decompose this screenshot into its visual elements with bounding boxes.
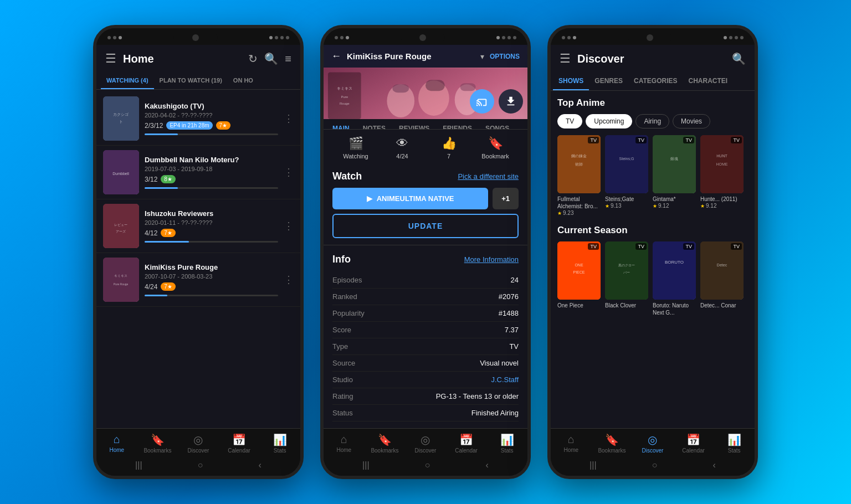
pick-site-link[interactable]: Pick a different site	[458, 172, 519, 181]
anime-title: Dumbbell Nan Kilo Moteru?	[145, 156, 278, 164]
tab-plan-to-watch[interactable]: PLAN TO WATCH (19)	[154, 73, 228, 89]
gesture-left: |||	[362, 460, 369, 470]
progress-row: 4/24 7★	[145, 282, 278, 291]
update-button[interactable]: UPDATE	[332, 214, 519, 238]
ep-count: 4/24	[145, 283, 157, 291]
score-badge: 7★	[161, 229, 176, 237]
tab-notes[interactable]: NOTES	[356, 119, 392, 129]
progress-action[interactable]: 👁 4/24	[379, 136, 426, 160]
info-row-status: Status Finished Airing	[332, 405, 519, 421]
tab-on-hold[interactable]: ON HO	[228, 73, 259, 89]
anime-card-fma[interactable]: 鋼の錬金 術師 TV Fullmetal Alchemist: Bro... ★…	[557, 135, 601, 216]
anime-card-gintama[interactable]: 銀魂 TV Gintama* ★9.12	[653, 135, 696, 216]
watching-action[interactable]: 🎬 Watching	[332, 136, 379, 160]
list-item[interactable]: Dumbbell Dumbbell Nan Kilo Moteru? 2019-…	[96, 146, 300, 199]
tab-friends[interactable]: FRIENDS	[436, 119, 479, 129]
top-anime-grid: 鋼の錬金 術師 TV Fullmetal Alchemist: Bro... ★…	[557, 135, 748, 216]
anime-card-op[interactable]: ONE PIECE TV One Piece	[557, 241, 601, 316]
list-item[interactable]: カクシゴ ト Kakushigoto (TV) 2020-04-02 - ??-…	[96, 92, 300, 146]
dropdown-icon[interactable]: ▾	[480, 52, 484, 61]
svg-text:レビュー: レビュー	[114, 223, 127, 227]
calendar-icon: 📅	[232, 433, 246, 446]
nav-bookmarks[interactable]: 🔖 Bookmarks	[137, 433, 178, 454]
nav-calendar[interactable]: 📅 Calendar	[673, 433, 714, 454]
tab-genres[interactable]: GENRES	[589, 73, 628, 90]
tab-main[interactable]: MAIN	[326, 119, 356, 129]
score-badge: 7★	[161, 282, 176, 291]
item-menu-icon[interactable]: ⋮	[284, 274, 294, 286]
anime-dates: 2007-10-07 - 2008-03-23	[145, 273, 278, 280]
anime-card-hunter[interactable]: HUNT HOME TV Hunte... (2011) ★9.12	[700, 135, 744, 216]
filter-movies[interactable]: Movies	[673, 114, 710, 128]
likes-action[interactable]: 👍 7	[426, 136, 472, 160]
stats-icon: 📊	[500, 433, 514, 446]
source-value: Visual novel	[480, 359, 519, 367]
options-button[interactable]: OPTIONS	[490, 53, 520, 60]
filter-upcoming[interactable]: Upcoming	[586, 114, 632, 128]
source-label: Source	[332, 359, 355, 367]
nav-discover[interactable]: ◎ Discover	[178, 433, 219, 454]
nav-discover-label: Discover	[642, 448, 664, 454]
nav-bookmarks[interactable]: 🔖 Bookmarks	[365, 433, 406, 454]
watch-primary-button[interactable]: ▶ ANIMEULTIMA NATIVE	[332, 188, 488, 209]
tab-shows[interactable]: SHOWS	[553, 73, 589, 90]
nav-home[interactable]: ⌂ Home	[96, 433, 137, 454]
tab-reviews[interactable]: REVIEWS	[392, 119, 436, 129]
menu-icon[interactable]: ☰	[560, 52, 571, 66]
anime-thumbnail: Dumbbell	[103, 150, 139, 194]
nav-discover[interactable]: ◎ Discover	[405, 433, 446, 454]
nav-discover[interactable]: ◎ Discover	[632, 433, 673, 454]
phone-home: ☰ Home ↻ 🔍 ≡ WATCHING (4) PLAN TO WATCH …	[93, 25, 304, 479]
phone-notch	[401, 34, 445, 42]
tab-categories[interactable]: CATEGORIES	[628, 73, 683, 90]
menu-icon[interactable]: ☰	[105, 52, 116, 66]
discover-title: Discover	[577, 53, 725, 65]
nav-bookmarks[interactable]: 🔖 Bookmarks	[592, 433, 633, 454]
anime-card-boruto[interactable]: BORUTO TV Boruto: Naruto Next G...	[653, 241, 696, 316]
more-info-link[interactable]: More Information	[464, 255, 519, 264]
nav-stats[interactable]: 📊 Stats	[259, 433, 300, 454]
search-icon[interactable]: 🔍	[264, 52, 278, 65]
gesture-right: ‹	[713, 460, 716, 470]
nav-stats[interactable]: 📊 Stats	[714, 433, 755, 454]
progress-row: 3/12 8★	[145, 175, 278, 183]
bottom-nav: ⌂ Home 🔖 Bookmarks ◎ Discover 📅 Calendar…	[96, 428, 300, 456]
anime-info: KimiKiss Pure Rouge 2007-10-07 - 2008-03…	[145, 263, 278, 296]
nav-home[interactable]: ⌂ Home	[324, 433, 365, 454]
search-icon[interactable]: 🔍	[732, 52, 746, 65]
item-menu-icon[interactable]: ⋮	[284, 166, 294, 178]
tab-characters[interactable]: CHARACTEI	[683, 73, 733, 90]
nav-calendar[interactable]: 📅 Calendar	[219, 433, 260, 454]
thumbs-up-icon: 👍	[442, 136, 457, 151]
anime-title: Ishuzoku Reviewers	[145, 209, 278, 218]
watch-more-button[interactable]: +1	[493, 188, 519, 209]
gesture-center: ○	[198, 460, 203, 470]
back-button[interactable]: ←	[331, 50, 341, 62]
main-actions: 🎬 Watching 👁 4/24 👍 7 🔖 Bookmark	[324, 130, 527, 164]
anime-card-conan[interactable]: Detec TV Detec... Conar	[700, 241, 744, 316]
list-item[interactable]: レビュー アーズ Ishuzoku Reviewers 2020-01-11 -…	[96, 199, 300, 253]
bookmark-action[interactable]: 🔖 Bookmark	[472, 136, 519, 160]
studio-value[interactable]: J.C.Staff	[491, 376, 519, 384]
svg-text:BORUTO: BORUTO	[665, 260, 684, 265]
bookmarks-icon: 🔖	[151, 433, 165, 446]
home-title: Home	[123, 53, 242, 65]
anime-card-steins[interactable]: Steins;G TV Steins;Gate ★9.13	[605, 135, 648, 216]
score-value: 7.37	[505, 326, 519, 334]
refresh-icon[interactable]: ↻	[248, 52, 258, 65]
nav-calendar[interactable]: 📅 Calendar	[446, 433, 487, 454]
filter-tv[interactable]: TV	[557, 114, 582, 128]
gesture-right: ‹	[259, 460, 262, 470]
filter-airing[interactable]: Airing	[635, 114, 669, 128]
anime-card-bc[interactable]: 黒のクロー バー TV Black Clover	[605, 241, 648, 316]
list-item[interactable]: キミキス Pure Rouge KimiKiss Pure Rouge 2007…	[96, 253, 300, 307]
item-menu-icon[interactable]: ⋮	[284, 112, 294, 125]
info-row-studio: Studio J.C.Staff	[332, 372, 519, 388]
svg-rect-17	[460, 83, 476, 91]
item-menu-icon[interactable]: ⋮	[284, 220, 294, 232]
filter-icon[interactable]: ≡	[285, 53, 291, 65]
nav-stats[interactable]: 📊 Stats	[486, 433, 527, 454]
tab-watching[interactable]: WATCHING (4)	[101, 73, 154, 89]
tab-songs[interactable]: SONGS	[479, 119, 516, 129]
nav-home[interactable]: ⌂ Home	[551, 433, 592, 454]
